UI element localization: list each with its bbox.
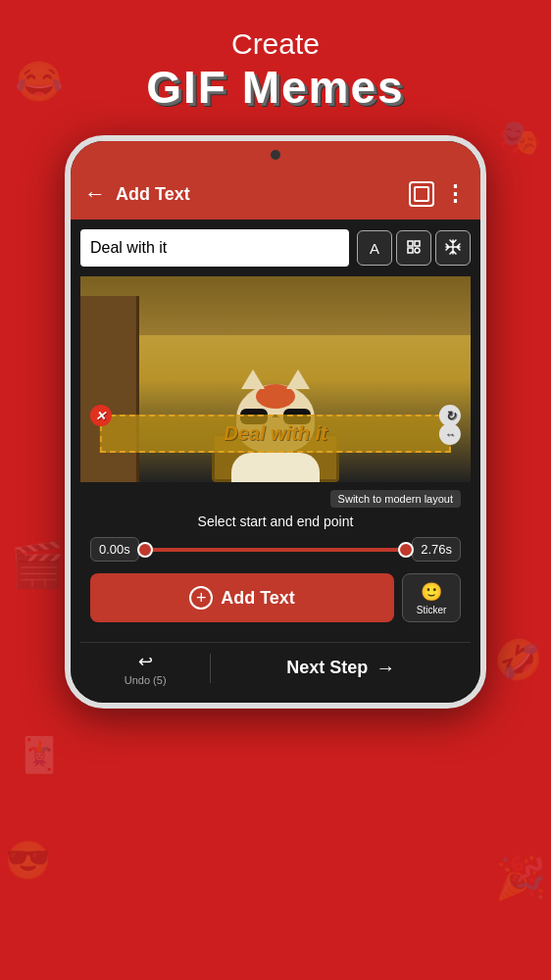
move-button[interactable] — [435, 230, 471, 266]
app-header: ← Add Text ⋮ — [71, 169, 480, 220]
gif-preview: ✕ ↻ Deal with it ↔ — [80, 276, 471, 482]
text-input-row: A — [80, 229, 471, 267]
undo-label: Undo (5) — [125, 674, 167, 686]
palette-icon — [406, 239, 422, 258]
back-button[interactable]: ← — [84, 181, 106, 207]
cat-torso — [231, 453, 320, 482]
timeline-thumb-start[interactable] — [137, 542, 153, 558]
overlay-text: Deal with it — [224, 422, 327, 444]
layout-icon[interactable] — [409, 181, 434, 207]
timeline-start: 0.00s — [90, 537, 139, 562]
gif-text-overlay[interactable]: ✕ ↻ Deal with it ↔ — [100, 415, 451, 453]
bottom-controls: Switch to modern layout Select start and… — [80, 482, 471, 642]
svg-point-0 — [415, 248, 420, 253]
action-row: + Add Text 🙂 Sticker — [90, 573, 461, 622]
undo-button[interactable]: ↩ Undo (5) — [80, 651, 210, 686]
refresh-icon: ↻ — [445, 409, 456, 423]
phone-notch — [71, 141, 480, 169]
sticker-label: Sticker — [417, 605, 447, 615]
overlay-resize-handle[interactable]: ↔ — [439, 423, 461, 445]
next-step-label: Next Step — [286, 658, 368, 678]
arrow-icon: → — [376, 657, 395, 679]
font-icon: A — [370, 240, 379, 257]
modern-layout-row: Switch to modern layout — [90, 490, 461, 508]
timeline-row: 0.00s 2.76s — [90, 537, 461, 562]
cat-ear-right — [286, 369, 310, 389]
text-input[interactable] — [80, 229, 349, 267]
app-content: A — [71, 220, 480, 703]
camera-dot — [271, 150, 280, 160]
move-icon — [445, 239, 461, 258]
overlay-close-handle[interactable]: ✕ — [90, 405, 112, 426]
resize-icon: ↔ — [445, 428, 456, 440]
icon-btn-group: A — [357, 230, 471, 266]
timeline-thumb-end[interactable] — [398, 542, 414, 558]
hero-text: Create GIF Memes — [146, 27, 404, 114]
timeline-fill — [145, 548, 406, 552]
screen-title: Add Text — [116, 184, 399, 205]
cat-ear-left — [241, 369, 265, 389]
sticker-button[interactable]: 🙂 Sticker — [402, 573, 461, 622]
timeline-track[interactable] — [145, 548, 406, 552]
bottom-nav: ↩ Undo (5) Next Step → — [80, 642, 471, 693]
hero-title: GIF Memes — [146, 61, 404, 114]
add-text-label: Add Text — [221, 588, 295, 609]
next-step-button[interactable]: Next Step → — [211, 657, 471, 679]
sticker-icon: 🙂 — [421, 581, 442, 603]
font-style-button[interactable]: A — [357, 230, 392, 266]
phone-frame: ← Add Text ⋮ A — [65, 135, 486, 709]
add-text-plus-icon: + — [189, 586, 213, 610]
more-button[interactable]: ⋮ — [444, 181, 467, 207]
hero-subtitle: Create — [146, 27, 404, 61]
add-text-button[interactable]: + Add Text — [90, 573, 394, 622]
timeline-end: 2.76s — [412, 537, 461, 562]
palette-button[interactable] — [396, 230, 431, 266]
undo-icon: ↩ — [138, 651, 153, 672]
timeline-label: Select start and end point — [90, 514, 461, 529]
modern-layout-button[interactable]: Switch to modern layout — [330, 490, 461, 508]
close-icon: ✕ — [95, 409, 106, 423]
